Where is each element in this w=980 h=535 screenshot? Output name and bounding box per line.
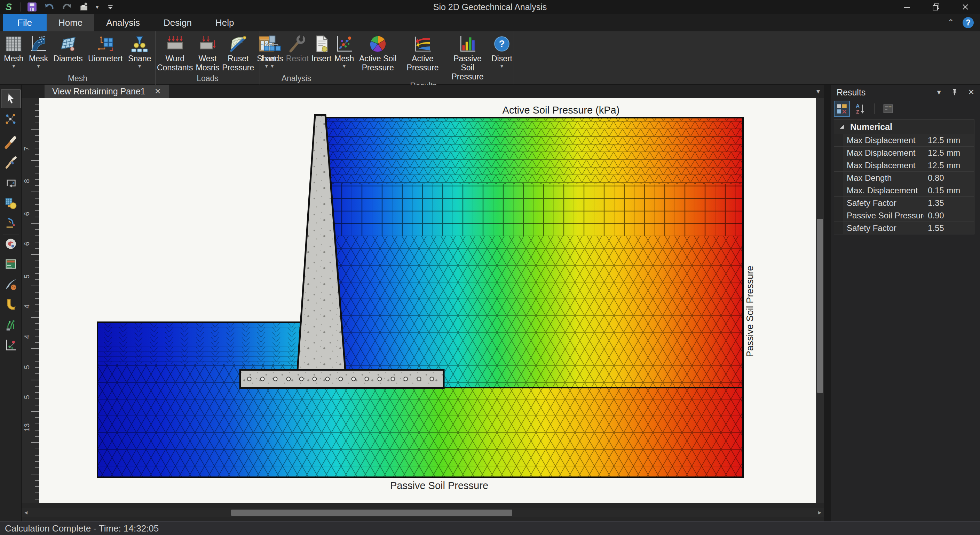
pen-tool[interactable] [2,154,20,172]
mesh-lines-active [296,118,743,388]
result-row[interactable]: Max Displacement12.5 mm [834,134,974,146]
svg-text:Z: Z [856,109,859,115]
status-bar: Calculation Complete - Time: 14:32:05 [0,521,980,535]
categorize-view-icon[interactable] [835,101,849,116]
group-label-loads: Loads [156,74,259,85]
ribbon-button-disert[interactable]: ? Disert ▾ [490,34,514,70]
quick-access-toolbar: S ▾ [3,0,116,14]
tab-file[interactable]: File [3,14,47,31]
results-panel: Results ▾ ✕ AZ Numerical Max [831,85,980,521]
save-button[interactable] [26,1,38,13]
ribbon-button-insert[interactable]: Insert [310,34,333,63]
horizontal-scrollbar[interactable]: ◂ ▸ [22,508,824,517]
ribbon-button-mesh[interactable]: Mesh ▾ [2,34,25,70]
ruler-ticks-major [31,98,39,503]
help-icon[interactable]: ? [963,17,974,28]
horizontal-scroll-thumb[interactable] [231,509,512,516]
section-numerical[interactable]: Numerical [834,120,974,134]
ribbon-button-snane[interactable]: Snane ▾ [127,34,153,70]
brush-tool[interactable] [2,134,20,152]
svg-text:?: ? [499,38,504,49]
customize-toolbar-icon[interactable] [104,1,116,13]
close-icon[interactable]: ✕ [154,87,161,96]
result-row[interactable]: Safety Factor1.55 [834,222,974,234]
minimize-button[interactable] [892,0,921,14]
report-panel-tool[interactable] [2,255,20,273]
mesh-region-tool[interactable] [2,194,20,212]
result-row[interactable]: Max Displacement12.5 mm [834,159,974,171]
restore-button[interactable] [921,0,951,14]
pipe-bend-tool[interactable] [2,295,20,313]
svg-text:A: A [856,103,859,109]
ruler-label: 4 [22,332,31,342]
chevron-down-icon: ▾ [500,63,503,70]
linked-blocks-icon [96,34,115,54]
model-canvas[interactable]: Active Soil Pressure (kPa) Passive Soil … [39,98,816,503]
result-row[interactable]: Max Dength0.80 [834,171,974,184]
svg-text:S: S [6,2,12,12]
document-tab[interactable]: View Rentairning Pane1 ✕ [45,85,169,98]
group-label-mesh: Mesh [0,74,155,85]
undo-button[interactable] [43,1,55,13]
scroll-right-icon[interactable]: ▸ [818,508,821,516]
result-row[interactable]: Max Displacement12.5 mm [834,146,974,159]
ribbon-button-passive-soil-pressure[interactable]: Passive Soil Pressure [445,34,490,81]
tab-home[interactable]: Home [47,14,94,31]
pin-icon[interactable] [950,88,959,97]
redo-button[interactable] [61,1,73,13]
ribbon-button-wurd-constants[interactable]: Wurd Constants [156,34,194,72]
ribbon-group-loads: Wurd Constants West Mosris Ruset Pressur… [156,31,260,85]
ribbon-button-mesh-results[interactable]: Mesh ▾ [333,34,355,70]
ribbon-button-mesk[interactable]: Mesk ▾ [27,34,49,70]
tab-help[interactable]: Help [204,14,246,31]
result-row[interactable]: Safety Factor1.35 [834,196,974,209]
footing-rebar-dots [247,377,434,381]
loop-select-tool[interactable] [2,174,20,192]
ribbon-button-active-soil-pressure[interactable]: Active Soil Pressure [355,34,400,72]
property-pages-icon[interactable] [881,101,896,116]
results-panel-header: Results ▾ ✕ [831,85,980,100]
app-logo-icon[interactable]: S [3,1,14,13]
result-row[interactable]: Max. Displacement0.15 mm [834,184,974,196]
ribbon-button-diamets[interactable]: Diamets [52,34,84,70]
ribbon-button-west-mosris[interactable]: West Mosris [194,34,221,72]
results-panel-title: Results [837,88,865,97]
ruler-label: 5 [22,392,31,402]
menu-right-icons: ⌃ ? [947,14,974,31]
scatter-chart-icon [335,34,353,54]
swirl-tool[interactable] [2,235,20,253]
scatter-points-tool[interactable] [2,110,20,128]
chevron-down-icon[interactable]: ▾ [96,3,99,11]
close-button[interactable] [951,0,980,14]
collapse-ribbon-icon[interactable]: ⌃ [947,18,954,27]
ribbon-button-loads[interactable]: Loads ▾ [260,34,285,70]
panel-menu-icon[interactable]: ▾ [937,88,941,97]
scroll-left-icon[interactable]: ◂ [24,508,27,516]
flowchart-icon [263,34,282,54]
vertical-scrollbar[interactable] [816,98,824,503]
feather-tool[interactable] [2,275,20,293]
pressure-fan-icon [229,34,247,54]
ribbon-button-uiometert[interactable]: Uiometert [87,34,124,70]
pie-chart-icon [369,34,387,54]
select-cursor-tool[interactable] [2,90,20,108]
tab-list-dropdown-icon[interactable]: ▾ [816,87,820,96]
tab-analysis[interactable]: Analysis [94,14,152,31]
hook-tool[interactable] [2,214,20,233]
vertical-ruler: 7 8 6 6 5 4 4 5 5 13 [22,98,39,503]
ribbon-button-active-pressure[interactable]: Active Pressure [400,34,445,72]
left-tool-rail [0,85,22,521]
vegetation-tool[interactable] [2,316,20,334]
close-panel-icon[interactable]: ✕ [968,88,974,97]
ribbon-button-resiot[interactable]: Resiot [285,34,310,63]
result-row[interactable]: Passive Soil Pressure0.90 [834,209,974,222]
wrench-icon [288,34,307,54]
sort-az-icon[interactable]: AZ [853,101,868,116]
print-button[interactable] [78,1,90,13]
chart-probe-tool[interactable] [2,336,20,354]
ribbon-button-ruset-pressure[interactable]: Ruset Pressure [221,34,255,72]
vertical-scroll-thumb[interactable] [817,219,823,393]
panel-splitter[interactable] [824,85,831,521]
tab-design[interactable]: Design [152,14,204,31]
keypad-3d-icon [59,34,77,54]
